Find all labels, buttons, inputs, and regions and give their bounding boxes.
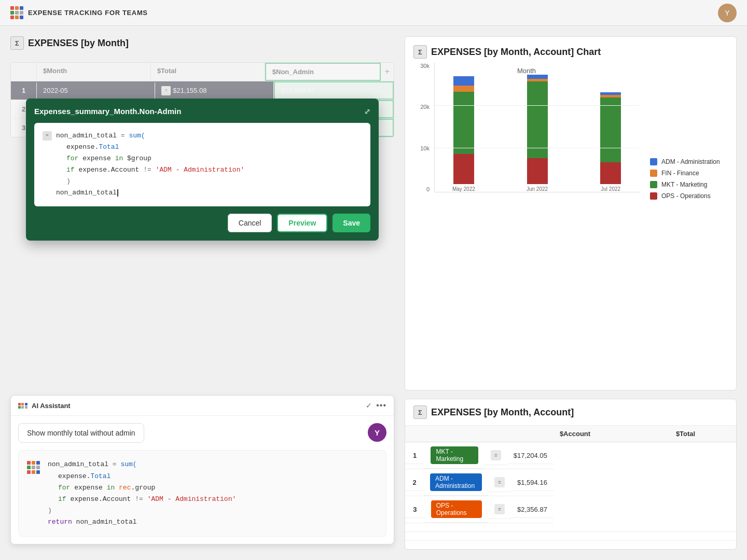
- sigma-icon-chart: Σ: [413, 45, 427, 59]
- y-label-0: 0: [413, 186, 430, 192]
- right-total-header: $Total: [670, 426, 736, 442]
- left-section-header: Σ EXPENSES [by Month]: [10, 36, 394, 54]
- bar-mkt-may: [453, 92, 474, 154]
- right-table-title: EXPENSES [by Month, Account]: [431, 407, 574, 418]
- dots-menu[interactable]: •••: [376, 401, 386, 410]
- legend-label-ops: OPS - Operations: [661, 192, 711, 200]
- row-idx-1: 1: [11, 82, 37, 99]
- save-button[interactable]: Save: [333, 214, 370, 232]
- left-panel: Σ EXPENSES [by Month] $Month $Total $Non…: [10, 36, 394, 550]
- app-title: Expense Tracking for Teams: [28, 9, 148, 17]
- idx-header: [11, 63, 37, 81]
- cancel-button[interactable]: Cancel: [228, 214, 272, 232]
- right-table-header-row: $Account $Total: [405, 426, 736, 442]
- right-idx-2: 2: [405, 474, 424, 491]
- right-account-3: OPS - Operations: [425, 496, 488, 523]
- ai-assistant-panel: AI Assistant ✓ ••• Show monthly total wi…: [10, 395, 394, 544]
- legend-fin: FIN - Finance: [650, 170, 728, 177]
- table-row[interactable]: 1 2022-05 =$21,155.08 $19,560.92: [11, 81, 394, 100]
- eq-btn-1[interactable]: =: [491, 450, 501, 460]
- formula-eq-icon: =: [43, 131, 52, 141]
- ai-chat-area: Show monthly total without admin Y: [11, 416, 394, 450]
- right-account-1: MKT - Marketing: [424, 442, 484, 469]
- bar-label-may: May 2022: [452, 186, 475, 192]
- right-total-3: $2,356.87: [511, 501, 554, 518]
- right-table-empty-row: [405, 541, 736, 550]
- ai-code-icon: [27, 461, 39, 474]
- expand-icon[interactable]: ⤢: [364, 107, 370, 116]
- chart-section: Σ EXPENSES [by Month, Account] Chart 30k…: [405, 36, 737, 390]
- account-header: $Account: [554, 426, 644, 442]
- right-table-header: Σ EXPENSES [by Month, Account]: [405, 399, 736, 426]
- user-avatar[interactable]: Y: [718, 4, 737, 22]
- bar-mkt-jun: [527, 81, 548, 158]
- formula-title: Expenses_summary_Month.Non-Admin ⤢: [34, 107, 370, 116]
- code-line-1: = non_admin_total = sum(: [43, 130, 362, 142]
- ai-code-block: non_admin_total = sum( expense.Total for…: [48, 459, 236, 528]
- ai-label: AI Assistant: [32, 402, 71, 410]
- chart-y-axis: 30k 20k 10k 0: [413, 63, 432, 192]
- bar-ops-jun: [527, 158, 548, 184]
- y-label-30k: 30k: [413, 63, 430, 69]
- legend-label-fin: FIN - Finance: [661, 170, 699, 177]
- bar-ops-jul: [600, 162, 621, 184]
- right-table-row[interactable]: 2 ADM - Administration = $1,594.16: [405, 469, 554, 496]
- legend-adm: ADM - Administration: [650, 158, 728, 165]
- left-section-title: EXPENSES [by Month]: [28, 38, 129, 49]
- right-table-empty-row: [405, 532, 736, 541]
- right-data-table: $Account $Total 1 MKT - Marketing = $17,…: [405, 426, 736, 549]
- formula-actions: Cancel Preview Save: [34, 214, 370, 232]
- right-table-row[interactable]: 1 MKT - Marketing = $17,204.05: [405, 442, 554, 469]
- right-idx-header: [405, 426, 554, 442]
- formula-editor: Expenses_summary_Month.Non-Admin ⤢ = non…: [26, 99, 379, 241]
- right-table-empty-row: [405, 523, 736, 532]
- y-label-20k: 20k: [413, 104, 430, 110]
- preview-button[interactable]: Preview: [277, 214, 327, 232]
- formula-code-area[interactable]: = non_admin_total = sum( expense.Total f…: [34, 123, 370, 206]
- ai-header-right: ✓ •••: [366, 401, 386, 410]
- add-column-button[interactable]: +: [381, 63, 394, 81]
- user-message-bubble: Show monthly total without admin: [18, 423, 144, 443]
- y-label-10k: 10k: [413, 145, 430, 151]
- ai-header: AI Assistant ✓ •••: [11, 396, 394, 416]
- account-badge-ops: OPS - Operations: [431, 500, 482, 518]
- legend-ops: OPS - Operations: [650, 192, 728, 200]
- legend-label-mkt: MKT - Marketing: [661, 181, 707, 188]
- account-badge-mkt: MKT - Marketing: [431, 446, 478, 464]
- non-admin-header: $Non_Admin: [265, 63, 381, 81]
- bar-label-jul: Jul 2022: [601, 186, 620, 192]
- right-table-section: Σ EXPENSES [by Month, Account] $Account …: [405, 399, 737, 550]
- right-eq-1: =: [485, 446, 507, 465]
- check-icon: ✓: [366, 401, 372, 410]
- ai-icon: [18, 403, 27, 409]
- row-month-1: 2022-05: [37, 82, 155, 99]
- app-header: Expense Tracking for Teams Y: [0, 0, 747, 26]
- row-total-1: =$21,155.08: [155, 82, 273, 100]
- sigma-icon-right-table: Σ: [413, 405, 427, 419]
- bar-group-may: May 2022: [435, 76, 493, 192]
- right-eq-2: =: [488, 473, 511, 492]
- eq-btn-2[interactable]: =: [494, 477, 505, 487]
- right-total-2: $1,594.16: [511, 474, 554, 491]
- app-icon: [10, 6, 23, 19]
- eq-btn-3[interactable]: =: [494, 504, 505, 514]
- chart-bars-wrap: May 2022 Jun 2022: [434, 63, 640, 192]
- right-idx-3: 3: [405, 501, 425, 518]
- legend-label-adm: ADM - Administration: [661, 158, 720, 165]
- chart-container: 30k 20k 10k 0: [413, 63, 728, 208]
- bar-group-jul: Jul 2022: [582, 92, 640, 192]
- right-idx-1: 1: [405, 447, 424, 464]
- ai-header-left: AI Assistant: [18, 402, 71, 410]
- right-account-2: ADM - Administration: [424, 469, 488, 496]
- right-table-row[interactable]: 3 OPS - Operations = $2,356.87: [405, 496, 554, 523]
- bar-adm-may: [453, 76, 474, 86]
- legend-color-mkt: [650, 181, 657, 188]
- sigma-icon-left: Σ: [10, 36, 24, 50]
- table-header-row: $Month $Total $Non_Admin +: [11, 63, 394, 81]
- bar-fin-may: [453, 86, 474, 92]
- bar-group-jun: Jun 2022: [508, 75, 566, 192]
- bar-stack-jun: [527, 75, 548, 184]
- chart-legend: ADM - Administration FIN - Finance MKT -…: [650, 150, 728, 208]
- row-non-admin-1: $19,560.92: [274, 81, 394, 100]
- right-panel: Σ EXPENSES [by Month, Account] Chart 30k…: [405, 36, 737, 550]
